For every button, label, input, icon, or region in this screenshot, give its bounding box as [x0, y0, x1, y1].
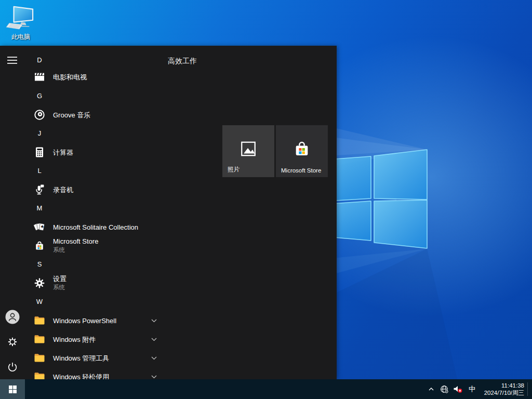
network-button[interactable] [438, 379, 451, 399]
photos-icon [240, 140, 257, 159]
desktop-icon-label: 此电脑 [4, 33, 37, 42]
ime-indicator[interactable]: 中 [465, 379, 480, 399]
speaker-muted-icon [453, 385, 463, 394]
windows-desktop: 此电脑 [0, 0, 532, 399]
tile-photos[interactable]: 照片 [222, 125, 274, 177]
chevron-up-icon [428, 386, 435, 392]
desktop-icon-this-pc[interactable]: 此电脑 [4, 4, 37, 42]
taskbar: 中 11:41:38 2024/7/10/周三 [0, 379, 532, 399]
tile-microsoft-store[interactable]: Microsoft Store [276, 125, 328, 177]
show-hidden-icons-button[interactable] [424, 379, 438, 399]
tile-area: 高效工作 照片 [0, 46, 337, 379]
show-desktop-button[interactable] [528, 379, 532, 399]
volume-button[interactable] [451, 379, 465, 399]
tile-label: Microsoft Store [281, 167, 321, 174]
store-icon [291, 138, 312, 161]
start-button[interactable] [0, 379, 25, 399]
tile-group-header[interactable]: 高效工作 [168, 56, 197, 65]
clock-button[interactable]: 11:41:38 2024/7/10/周三 [480, 379, 527, 399]
clock-time: 11:41:38 [484, 382, 524, 389]
clock-date: 2024/7/10/周三 [484, 389, 524, 396]
tile-label: 照片 [228, 166, 240, 174]
windows-logo-icon [9, 385, 17, 393]
start-menu: D电影和电视GGroove 音乐J计算器L录音机M♠Microsoft Soli… [0, 46, 337, 379]
taskbar-empty-area [25, 379, 424, 399]
globe-no-internet-icon [440, 385, 449, 394]
this-pc-icon [6, 23, 36, 32]
